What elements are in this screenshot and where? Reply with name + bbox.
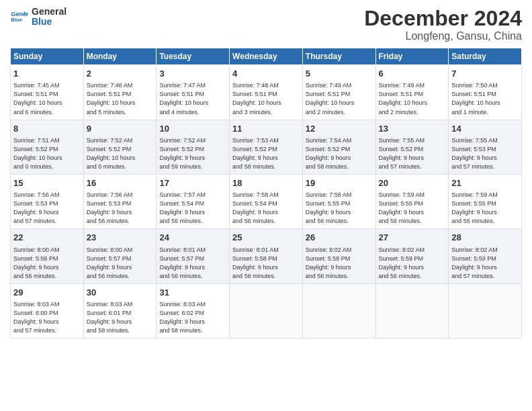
calendar-cell: 7Sunrise: 7:50 AMSunset: 5:51 PMDaylight…: [449, 65, 522, 120]
header-cell-saturday: Saturday: [449, 48, 522, 65]
cell-details: Sunrise: 7:49 AMSunset: 5:51 PMDaylight:…: [306, 81, 373, 116]
calendar-cell: 20Sunrise: 7:59 AMSunset: 5:55 PMDayligh…: [375, 174, 449, 228]
calendar-cell: 8Sunrise: 7:51 AMSunset: 5:52 PMDaylight…: [11, 120, 84, 174]
calendar-header: SundayMondayTuesdayWednesdayThursdayFrid…: [11, 48, 522, 65]
calendar-cell: 5Sunrise: 7:49 AMSunset: 5:51 PMDaylight…: [302, 65, 375, 120]
header-cell-sunday: Sunday: [11, 48, 84, 65]
calendar-cell: 4Sunrise: 7:48 AMSunset: 5:51 PMDaylight…: [230, 65, 303, 120]
calendar-cell: 30Sunrise: 8:03 AMSunset: 6:01 PMDayligh…: [83, 283, 157, 338]
calendar-cell: 15Sunrise: 7:56 AMSunset: 5:53 PMDayligh…: [11, 174, 84, 228]
cell-details: Sunrise: 8:02 AMSunset: 5:59 PMDaylight:…: [379, 246, 446, 281]
day-number: 23: [87, 232, 154, 244]
cell-details: Sunrise: 8:03 AMSunset: 6:00 PMDaylight:…: [13, 300, 81, 335]
logo-line2: Blue: [32, 17, 66, 27]
cell-details: Sunrise: 7:57 AMSunset: 5:54 PMDaylight:…: [159, 191, 226, 226]
cell-details: Sunrise: 7:49 AMSunset: 5:51 PMDaylight:…: [379, 81, 446, 116]
title-block: December 2024 Longfeng, Gansu, China: [364, 7, 522, 42]
calendar-cell: [230, 283, 303, 338]
cell-details: Sunrise: 8:02 AMSunset: 5:58 PMDaylight:…: [306, 246, 373, 281]
cell-details: Sunrise: 8:01 AMSunset: 5:57 PMDaylight:…: [159, 246, 226, 281]
day-number: 21: [451, 177, 519, 189]
cell-details: Sunrise: 7:59 AMSunset: 5:55 PMDaylight:…: [451, 191, 519, 226]
calendar-cell: 14Sunrise: 7:55 AMSunset: 5:53 PMDayligh…: [449, 120, 522, 174]
calendar-cell: 16Sunrise: 7:56 AMSunset: 5:53 PMDayligh…: [83, 174, 157, 228]
cell-details: Sunrise: 8:01 AMSunset: 5:58 PMDaylight:…: [232, 246, 300, 281]
day-number: 15: [13, 177, 81, 189]
calendar-cell: [375, 283, 449, 338]
day-number: 2: [87, 68, 154, 80]
calendar-cell: [449, 283, 522, 338]
day-number: 30: [87, 287, 154, 299]
calendar-table: SundayMondayTuesdayWednesdayThursdayFrid…: [10, 48, 522, 338]
calendar-cell: 18Sunrise: 7:58 AMSunset: 5:54 PMDayligh…: [230, 174, 303, 228]
day-number: 7: [451, 68, 519, 80]
cell-details: Sunrise: 8:03 AMSunset: 6:02 PMDaylight:…: [159, 300, 226, 335]
header-cell-wednesday: Wednesday: [230, 48, 303, 65]
calendar-cell: 22Sunrise: 8:00 AMSunset: 5:56 PMDayligh…: [11, 229, 84, 283]
day-number: 8: [13, 123, 81, 135]
week-row-1: 1Sunrise: 7:45 AMSunset: 5:51 PMDaylight…: [11, 65, 522, 120]
calendar-cell: 6Sunrise: 7:49 AMSunset: 5:51 PMDaylight…: [375, 65, 449, 120]
cell-details: Sunrise: 7:52 AMSunset: 5:52 PMDaylight:…: [87, 136, 154, 171]
header-row-days: SundayMondayTuesdayWednesdayThursdayFrid…: [11, 48, 522, 65]
header-cell-tuesday: Tuesday: [157, 48, 230, 65]
cell-details: Sunrise: 7:59 AMSunset: 5:55 PMDaylight:…: [379, 191, 446, 226]
calendar-cell: 3Sunrise: 7:47 AMSunset: 5:51 PMDaylight…: [157, 65, 230, 120]
calendar-cell: 2Sunrise: 7:46 AMSunset: 5:51 PMDaylight…: [83, 65, 157, 120]
cell-details: Sunrise: 7:54 AMSunset: 5:52 PMDaylight:…: [306, 136, 373, 171]
calendar-cell: 31Sunrise: 8:03 AMSunset: 6:02 PMDayligh…: [157, 283, 230, 338]
day-number: 5: [306, 68, 373, 80]
day-number: 12: [306, 123, 373, 135]
week-row-5: 29Sunrise: 8:03 AMSunset: 6:00 PMDayligh…: [11, 283, 522, 338]
day-number: 3: [159, 68, 226, 80]
day-number: 20: [379, 177, 446, 189]
cell-details: Sunrise: 8:00 AMSunset: 5:56 PMDaylight:…: [13, 246, 81, 281]
day-number: 10: [159, 123, 226, 135]
svg-text:Blue: Blue: [11, 17, 22, 23]
logo: General Blue General Blue: [10, 7, 66, 28]
day-number: 18: [232, 177, 300, 189]
cell-details: Sunrise: 7:58 AMSunset: 5:54 PMDaylight:…: [232, 191, 300, 226]
cell-details: Sunrise: 7:56 AMSunset: 5:53 PMDaylight:…: [13, 191, 81, 226]
cell-details: Sunrise: 7:45 AMSunset: 5:51 PMDaylight:…: [13, 81, 81, 116]
header-cell-friday: Friday: [375, 48, 449, 65]
cell-details: Sunrise: 7:58 AMSunset: 5:55 PMDaylight:…: [306, 191, 373, 226]
header-cell-monday: Monday: [83, 48, 157, 65]
cell-details: Sunrise: 7:52 AMSunset: 5:52 PMDaylight:…: [159, 136, 226, 171]
calendar-cell: [302, 283, 375, 338]
cell-details: Sunrise: 7:50 AMSunset: 5:51 PMDaylight:…: [451, 81, 519, 116]
day-number: 24: [159, 232, 226, 244]
cell-details: Sunrise: 7:56 AMSunset: 5:53 PMDaylight:…: [87, 191, 154, 226]
calendar-cell: 23Sunrise: 8:00 AMSunset: 5:57 PMDayligh…: [83, 229, 157, 283]
cell-details: Sunrise: 7:47 AMSunset: 5:51 PMDaylight:…: [159, 81, 226, 116]
day-number: 17: [159, 177, 226, 189]
day-number: 6: [379, 68, 446, 80]
week-row-4: 22Sunrise: 8:00 AMSunset: 5:56 PMDayligh…: [11, 229, 522, 283]
day-number: 13: [379, 123, 446, 135]
day-number: 29: [13, 287, 81, 299]
calendar-cell: 26Sunrise: 8:02 AMSunset: 5:58 PMDayligh…: [302, 229, 375, 283]
logo-line1: General: [32, 7, 66, 17]
calendar-cell: 25Sunrise: 8:01 AMSunset: 5:58 PMDayligh…: [230, 229, 303, 283]
day-number: 9: [87, 123, 154, 135]
calendar-cell: 21Sunrise: 7:59 AMSunset: 5:55 PMDayligh…: [449, 174, 522, 228]
cell-details: Sunrise: 7:51 AMSunset: 5:52 PMDaylight:…: [13, 136, 81, 171]
cell-details: Sunrise: 7:46 AMSunset: 5:51 PMDaylight:…: [87, 81, 154, 116]
calendar-cell: 24Sunrise: 8:01 AMSunset: 5:57 PMDayligh…: [157, 229, 230, 283]
header-cell-thursday: Thursday: [302, 48, 375, 65]
day-number: 31: [159, 287, 226, 299]
cell-details: Sunrise: 7:55 AMSunset: 5:53 PMDaylight:…: [451, 136, 519, 171]
cell-details: Sunrise: 7:55 AMSunset: 5:52 PMDaylight:…: [379, 136, 446, 171]
day-number: 19: [306, 177, 373, 189]
day-number: 27: [379, 232, 446, 244]
cell-details: Sunrise: 7:48 AMSunset: 5:51 PMDaylight:…: [232, 81, 300, 116]
location-title: Longfeng, Gansu, China: [364, 30, 522, 42]
header-row: General Blue General Blue December 2024 …: [10, 7, 522, 42]
cell-details: Sunrise: 8:02 AMSunset: 5:59 PMDaylight:…: [451, 246, 519, 281]
cell-details: Sunrise: 7:53 AMSunset: 5:52 PMDaylight:…: [232, 136, 300, 171]
month-title: December 2024: [364, 7, 522, 30]
day-number: 28: [451, 232, 519, 244]
day-number: 14: [451, 123, 519, 135]
calendar-cell: 29Sunrise: 8:03 AMSunset: 6:00 PMDayligh…: [11, 283, 84, 338]
calendar-cell: 11Sunrise: 7:53 AMSunset: 5:52 PMDayligh…: [230, 120, 303, 174]
